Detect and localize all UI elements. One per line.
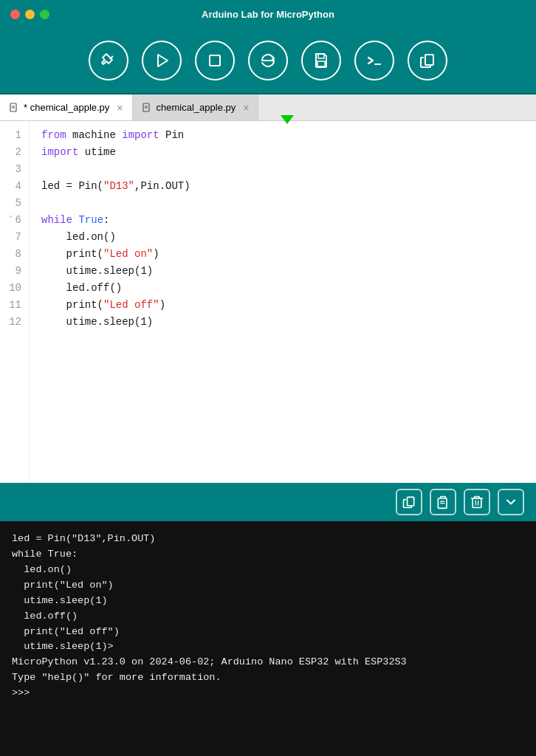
stop-button[interactable] — [195, 41, 235, 80]
line-num-5: 5 — [7, 195, 21, 212]
titlebar: Arduino Lab for MicroPython — [0, 0, 536, 28]
code-line-4: led = Pin("D13",Pin.OUT) — [41, 178, 524, 195]
svg-line-0 — [110, 56, 113, 59]
line-num-6: ˅6 — [7, 212, 21, 229]
save-button[interactable] — [301, 41, 341, 80]
paste-button[interactable] — [430, 489, 456, 515]
code-line-6: while True: — [41, 212, 524, 229]
line-num-12: 12 — [7, 314, 21, 331]
svg-rect-6 — [425, 55, 433, 65]
terminal-line-11: Type "help()" for more information. — [12, 670, 524, 686]
line-num-11: 11 — [7, 297, 21, 314]
code-line-1: from machine import Pin — [41, 127, 524, 144]
tab-chemical-apple[interactable]: chemical_apple.py × — [133, 94, 259, 120]
terminal-line-3: while True: — [12, 547, 524, 563]
line-num-7: 7 — [7, 229, 21, 246]
copy-to-device-button[interactable] — [396, 489, 422, 515]
code-line-2: import utime — [41, 144, 524, 161]
reload-icon — [259, 52, 277, 69]
tab1-label: * chemical_apple.py — [24, 102, 109, 113]
tab2-close[interactable]: × — [243, 102, 249, 114]
line-numbers: 1 2 3 4 5 ˅6 7 8 9 10 11 12 — [0, 121, 30, 483]
delete-button[interactable] — [464, 489, 490, 515]
code-line-8: print("Led on") — [41, 246, 524, 263]
connect-icon — [100, 52, 117, 69]
minimize-window-button[interactable] — [25, 10, 35, 19]
code-line-12: utime.sleep(1) — [41, 314, 524, 331]
svg-marker-1 — [158, 55, 168, 66]
bottom-toolbar — [0, 483, 536, 521]
terminal-line-7: led.off() — [12, 609, 524, 625]
files-icon — [419, 52, 436, 69]
chevron-down-icon — [504, 495, 518, 509]
run-button[interactable] — [142, 41, 182, 80]
tab-bar: * chemical_apple.py × chemical_apple.py … — [0, 94, 536, 121]
terminal-button[interactable] — [354, 41, 394, 80]
close-window-button[interactable] — [10, 10, 20, 19]
expand-button[interactable] — [498, 489, 524, 515]
svg-rect-2 — [210, 55, 220, 66]
reload-button[interactable] — [248, 41, 288, 80]
terminal-line-8: print("Led off") — [12, 625, 524, 640]
code-content[interactable]: from machine import Pin import utime led… — [30, 121, 536, 483]
tab-file-icon — [9, 103, 19, 113]
line-num-8: 8 — [7, 246, 21, 263]
terminal-line-1: led = Pin("D13",Pin.OUT) — [12, 532, 524, 547]
line-num-4: 4 — [7, 178, 21, 195]
tab2-label: chemical_apple.py — [157, 102, 236, 113]
code-line-7: led.on() — [41, 229, 524, 246]
code-line-11: print("Led off") — [41, 297, 524, 314]
tab1-close[interactable]: × — [117, 102, 123, 114]
terminal-line-9: utime.sleep(1)> — [12, 639, 524, 655]
line-num-3: 3 — [7, 161, 21, 178]
run-icon — [153, 52, 171, 69]
line-num-9: 9 — [7, 263, 21, 280]
stop-icon — [206, 52, 224, 69]
code-line-5 — [41, 195, 524, 212]
line-num-1: 1 — [7, 127, 21, 144]
code-line-10: led.off() — [41, 280, 524, 297]
code-line-9: utime.sleep(1) — [41, 263, 524, 280]
window-controls — [10, 10, 49, 19]
terminal-line-5: print("Led on") — [12, 578, 524, 594]
terminal-line-6: utime.sleep(1) — [12, 594, 524, 609]
connect-button[interactable] — [89, 41, 128, 80]
files-button[interactable] — [408, 41, 447, 80]
save-icon — [312, 52, 330, 69]
maximize-window-button[interactable] — [40, 10, 49, 19]
copy-icon — [402, 495, 416, 509]
trash-icon — [470, 495, 484, 509]
tab-arrow-indicator — [281, 115, 294, 124]
svg-rect-17 — [473, 498, 481, 508]
line-num-2: 2 — [7, 144, 21, 161]
svg-rect-4 — [317, 61, 325, 66]
app-title: Arduino Lab for MicroPython — [202, 9, 334, 20]
terminal-line-4: led.on() — [12, 563, 524, 578]
terminal-prompt: >>> — [12, 686, 524, 701]
toolbar — [0, 28, 536, 94]
terminal-line-10: MicroPython v1.23.0 on 2024-06-02; Ardui… — [12, 655, 524, 670]
code-editor[interactable]: 1 2 3 4 5 ˅6 7 8 9 10 11 12 from machine… — [0, 121, 536, 483]
line-num-10: 10 — [7, 280, 21, 297]
tab-chemical-apple-modified[interactable]: * chemical_apple.py × — [0, 94, 133, 120]
terminal-icon — [365, 52, 383, 69]
code-line-3 — [41, 161, 524, 178]
paste-icon — [436, 495, 450, 509]
svg-rect-13 — [408, 497, 414, 506]
tab2-file-icon — [142, 103, 152, 113]
terminal[interactable]: led = Pin("D13",Pin.OUT) while True: led… — [0, 521, 536, 756]
